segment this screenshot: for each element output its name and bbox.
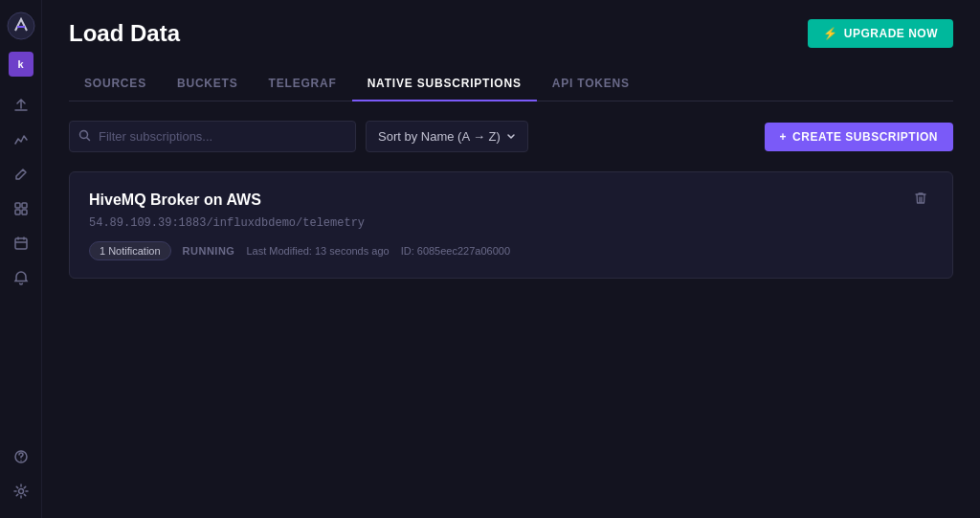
svg-point-9 xyxy=(80,130,88,138)
card-meta: 1 Notification RUNNING Last Modified: 13… xyxy=(89,241,933,260)
grid-icon[interactable] xyxy=(6,193,36,224)
subscription-url: 54.89.109.39:1883/influxdbdemo/telemetry xyxy=(89,216,933,230)
app-logo xyxy=(7,11,35,40)
user-avatar[interactable]: k xyxy=(9,52,33,77)
search-input[interactable] xyxy=(69,121,356,152)
create-subscription-button[interactable]: + CREATE SUBSCRIPTION xyxy=(765,123,953,151)
plus-icon: + xyxy=(780,130,788,144)
status-badge: RUNNING xyxy=(183,245,235,257)
page-title: Load Data xyxy=(69,20,180,47)
subscription-title[interactable]: HiveMQ Broker on AWS xyxy=(89,191,261,209)
svg-rect-5 xyxy=(15,238,27,249)
tab-sources[interactable]: SOURCES xyxy=(69,67,162,101)
svg-rect-1 xyxy=(15,203,20,208)
last-modified: Last Modified: 13 seconds ago xyxy=(246,245,389,257)
chevron-down-icon xyxy=(506,129,516,144)
settings-icon[interactable] xyxy=(6,476,36,507)
upgrade-icon: ⚡ xyxy=(823,27,838,40)
tab-api-tokens[interactable]: API TOKENS xyxy=(537,67,645,101)
notification-badge[interactable]: 1 Notification xyxy=(89,241,171,260)
chart-icon[interactable] xyxy=(6,124,36,155)
search-wrapper xyxy=(69,121,356,152)
svg-rect-3 xyxy=(15,210,20,214)
tab-bar: SOURCES BUCKETS TELEGRAF NATIVE SUBSCRIP… xyxy=(69,67,953,101)
tab-native-subscriptions[interactable]: NATIVE SUBSCRIPTIONS xyxy=(352,67,537,101)
tab-buckets[interactable]: BUCKETS xyxy=(162,67,254,101)
card-header: HiveMQ Broker on AWS xyxy=(89,190,933,211)
upload-icon[interactable] xyxy=(6,90,36,121)
subscription-card: HiveMQ Broker on AWS 54.89.109.39:1883/i… xyxy=(69,171,953,279)
svg-rect-4 xyxy=(22,210,27,214)
help-icon[interactable] xyxy=(6,441,36,472)
delete-button[interactable] xyxy=(908,190,933,211)
main-content: Load Data ⚡ UPGRADE NOW SOURCES BUCKETS … xyxy=(42,0,980,518)
sort-label: Sort by Name (A → Z) xyxy=(378,129,501,144)
upgrade-label: UPGRADE NOW xyxy=(844,27,938,40)
bell-icon[interactable] xyxy=(6,262,36,293)
upgrade-button[interactable]: ⚡ UPGRADE NOW xyxy=(808,19,953,48)
search-icon xyxy=(78,129,91,145)
pencil-icon[interactable] xyxy=(6,159,36,190)
tab-telegraf[interactable]: TELEGRAF xyxy=(254,67,352,101)
svg-rect-2 xyxy=(22,203,27,208)
sidebar: k xyxy=(0,0,42,518)
svg-point-8 xyxy=(18,489,23,494)
svg-point-7 xyxy=(20,460,22,462)
calendar-icon[interactable] xyxy=(6,228,36,259)
create-label: CREATE SUBSCRIPTION xyxy=(792,130,938,144)
sidebar-bottom xyxy=(6,441,36,507)
sort-dropdown[interactable]: Sort by Name (A → Z) xyxy=(366,121,528,152)
page-header: Load Data ⚡ UPGRADE NOW xyxy=(69,19,953,48)
subscription-id: ID: 6085eec227a06000 xyxy=(401,245,510,257)
toolbar: Sort by Name (A → Z) + CREATE SUBSCRIPTI… xyxy=(69,121,953,152)
